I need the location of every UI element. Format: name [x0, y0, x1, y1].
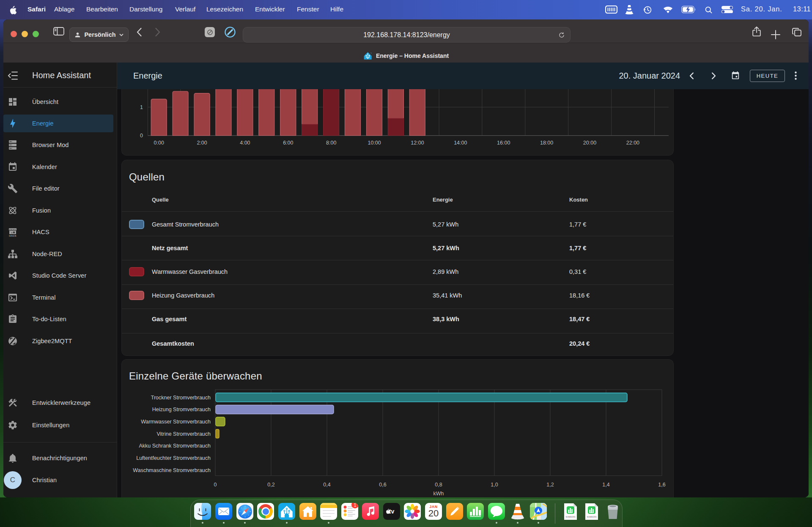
svg-text:0,6: 0,6 — [379, 482, 386, 488]
svg-text:18:00: 18:00 — [540, 140, 553, 146]
svg-text:kWh: kWh — [433, 491, 444, 497]
svg-text:8:00: 8:00 — [326, 140, 336, 146]
svg-text:1: 1 — [140, 104, 143, 110]
svg-text:Akku Schrank Stromverbrauch: Akku Schrank Stromverbrauch — [139, 443, 211, 449]
svg-text:20:00: 20:00 — [583, 140, 596, 146]
svg-text:6:00: 6:00 — [283, 140, 293, 146]
svg-text:Vitrine Stromverbrauch: Vitrine Stromverbrauch — [156, 431, 211, 437]
svg-text:0,4: 0,4 — [323, 482, 330, 488]
svg-text:0:00: 0:00 — [154, 140, 164, 146]
svg-text:Warmwasser Stromverbrauch: Warmwasser Stromverbrauch — [141, 419, 211, 425]
svg-text:12:00: 12:00 — [411, 140, 424, 146]
svg-text:Trockner Stromverbrauch: Trockner Stromverbrauch — [151, 395, 211, 401]
svg-text:1,0: 1,0 — [491, 482, 498, 488]
svg-text:4:00: 4:00 — [240, 140, 250, 146]
svg-text:1,2: 1,2 — [546, 482, 554, 488]
svg-text:HACS: HACS — [9, 234, 16, 237]
svg-text:0: 0 — [140, 133, 143, 139]
svg-text:0,2: 0,2 — [267, 482, 274, 488]
svg-text:1,4: 1,4 — [602, 482, 609, 488]
svg-text:2:00: 2:00 — [197, 140, 207, 146]
svg-text:Heizung Stromverbrauch: Heizung Stromverbrauch — [152, 407, 211, 412]
svg-text:Luftentfeuchter Stromverbrauch: Luftentfeuchter Stromverbrauch — [136, 455, 211, 461]
svg-text:Waschmaschine Stromverbrauch: Waschmaschine Stromverbrauch — [133, 467, 211, 473]
svg-text:14:00: 14:00 — [454, 140, 467, 146]
svg-text:10:00: 10:00 — [368, 140, 381, 146]
svg-text:0,8: 0,8 — [435, 482, 442, 488]
svg-text:NUMBERS: NUMBERS — [565, 516, 575, 518]
svg-text:1,6: 1,6 — [658, 482, 665, 488]
svg-text:16:00: 16:00 — [497, 140, 510, 146]
svg-text:NUMBERS: NUMBERS — [587, 516, 596, 518]
svg-text:22:00: 22:00 — [626, 140, 639, 146]
svg-text:0: 0 — [214, 482, 217, 488]
